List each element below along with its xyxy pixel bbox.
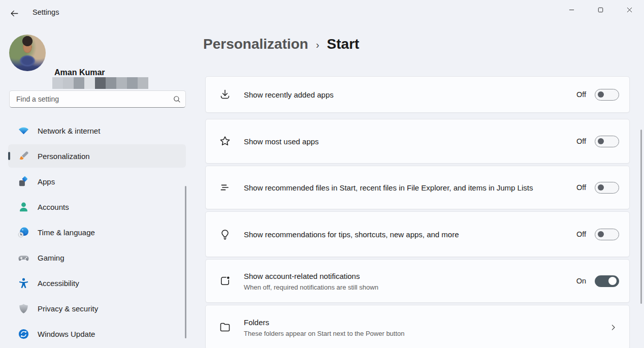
sidebar-scrollbar-thumb[interactable]	[185, 186, 186, 338]
redacted-block	[116, 77, 127, 89]
setting-control: Off	[576, 229, 619, 240]
setting-text: Show recommendations for tips, shortcuts…	[244, 229, 560, 240]
sidebar-item-personalization[interactable]: Personalization	[8, 144, 186, 168]
settings-card: Show account-related notificationsWhen o…	[205, 259, 630, 303]
sidebar-item-label: Accessibility	[38, 279, 79, 288]
settings-card[interactable]: FoldersThese folders appear on Start nex…	[205, 305, 630, 348]
sidebar-item-label: Accounts	[38, 203, 69, 211]
privacy-security-icon	[17, 302, 29, 314]
toggle-knob	[598, 231, 604, 237]
sidebar-item-label: Personalization	[38, 152, 90, 161]
redacted-block	[138, 77, 148, 89]
sidebar-item-gaming[interactable]: Gaming	[8, 246, 186, 269]
lightbulb-icon	[206, 228, 244, 240]
back-button[interactable]	[7, 7, 21, 21]
settings-card-list: Show recently added appsOffShow most use…	[205, 0, 630, 348]
setting-subtitle: When off, required notifications are sti…	[244, 283, 560, 292]
setting-title: Show recommendations for tips, shortcuts…	[244, 229, 560, 240]
redacted-block	[74, 77, 84, 89]
setting-title: Show most used apps	[244, 136, 560, 147]
settings-card: Show recommendations for tips, shortcuts…	[205, 211, 630, 257]
setting-control: On	[576, 275, 619, 287]
sidebar-item-label: Network & internet	[38, 126, 100, 135]
setting-control: Off	[576, 89, 619, 101]
toggle-switch[interactable]	[595, 136, 619, 147]
toggle-state-label: Off	[576, 137, 586, 145]
toggle-state-label: Off	[576, 230, 586, 238]
redacted-block	[127, 77, 138, 89]
redacted-email	[52, 77, 148, 89]
search-box	[9, 90, 186, 108]
settings-card: Show recently added appsOff	[205, 76, 630, 113]
redacted-block	[52, 77, 63, 89]
toggle-state-label: On	[576, 277, 586, 285]
sidebar: Aman Kumar Network & internetPersonaliza…	[0, 24, 193, 348]
toggle-switch[interactable]	[595, 182, 619, 194]
personalization-icon	[17, 150, 29, 162]
folder-icon	[206, 321, 244, 333]
accounts-icon	[17, 201, 29, 213]
setting-title: Show account-related notifications	[244, 270, 560, 282]
account-notification-icon	[206, 275, 244, 287]
time-language-icon	[17, 226, 29, 238]
sidebar-item-label: Windows Update	[38, 330, 95, 338]
redacted-block	[63, 77, 74, 89]
redacted-block	[106, 77, 116, 89]
toggle-knob	[598, 91, 604, 98]
search-icon[interactable]	[168, 95, 185, 104]
toggle-switch[interactable]	[595, 229, 619, 240]
toggle-state-label: Off	[576, 183, 586, 192]
sidebar-item-apps[interactable]: Apps	[8, 170, 186, 193]
settings-window: Settings Aman Kumar	[0, 0, 644, 348]
setting-title: Folders	[244, 317, 560, 328]
setting-text: FoldersThese folders appear on Start nex…	[244, 317, 560, 338]
sidebar-item-accounts[interactable]: Accounts	[8, 195, 186, 218]
setting-title: Show recently added apps	[244, 89, 560, 101]
redacted-block	[95, 77, 106, 89]
sidebar-item-time-language[interactable]: Time & language	[8, 220, 186, 244]
jump-list-icon	[206, 181, 244, 194]
settings-card: Show recommended files in Start, recent …	[205, 166, 630, 209]
setting-control: Off	[576, 182, 619, 194]
sidebar-item-windows-update[interactable]: Windows Update	[8, 322, 186, 345]
toggle-state-label: Off	[576, 90, 586, 99]
sidebar-nav: Network & internetPersonalizationAppsAcc…	[8, 119, 186, 347]
download-icon	[206, 88, 244, 101]
profile-name: Aman Kumar	[54, 68, 105, 77]
setting-title: Show recommended files in Start, recent …	[244, 182, 560, 194]
accessibility-icon	[17, 277, 29, 289]
redacted-block	[84, 77, 95, 89]
setting-text: Show most used apps	[244, 136, 560, 147]
main-scrollbar-thumb[interactable]	[640, 130, 642, 304]
toggle-knob	[608, 277, 617, 285]
sidebar-item-label: Privacy & security	[38, 304, 98, 313]
sidebar-item-privacy-security[interactable]: Privacy & security	[8, 297, 186, 320]
setting-subtitle: These folders appear on Start next to th…	[244, 329, 560, 338]
sidebar-item-label: Gaming	[38, 254, 65, 262]
setting-control	[607, 323, 619, 332]
gaming-icon	[17, 251, 29, 264]
sidebar-item-label: Time & language	[38, 228, 95, 237]
toggle-switch[interactable]	[595, 275, 619, 287]
sidebar-item-network-internet[interactable]: Network & internet	[8, 119, 186, 142]
setting-control: Off	[576, 136, 619, 147]
windows-update-icon	[17, 328, 29, 340]
network-icon	[17, 124, 29, 137]
toggle-knob	[598, 184, 604, 191]
setting-text: Show recently added apps	[244, 89, 560, 101]
settings-card: Show most used appsOff	[205, 119, 630, 164]
back-arrow-icon	[10, 9, 19, 20]
chevron-right-icon	[607, 323, 619, 332]
window-title: Settings	[33, 0, 59, 24]
sidebar-item-label: Apps	[38, 177, 55, 186]
apps-icon	[17, 175, 29, 187]
star-icon	[206, 135, 244, 147]
toggle-switch[interactable]	[595, 89, 619, 101]
search-input[interactable]	[10, 95, 168, 103]
setting-text: Show account-related notificationsWhen o…	[244, 270, 560, 292]
toggle-knob	[598, 138, 604, 144]
avatar[interactable]	[9, 35, 46, 71]
setting-text: Show recommended files in Start, recent …	[244, 182, 560, 194]
sidebar-item-accessibility[interactable]: Accessibility	[8, 271, 186, 295]
